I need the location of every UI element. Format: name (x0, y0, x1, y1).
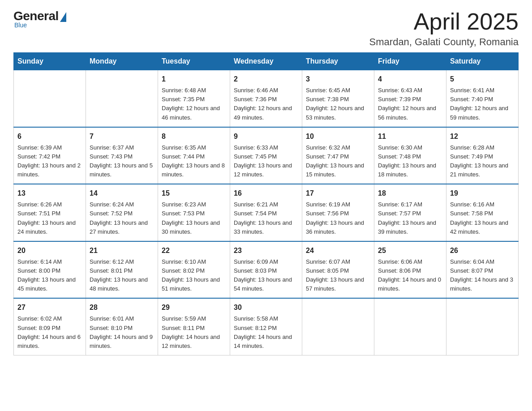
day-number: 9 (234, 131, 298, 142)
day-number: 17 (306, 188, 370, 199)
calendar-day-cell: 3Sunrise: 6:45 AM Sunset: 7:38 PM Daylig… (302, 70, 374, 127)
day-info: Sunrise: 6:07 AM Sunset: 8:05 PM Dayligh… (306, 257, 370, 294)
day-number: 2 (234, 74, 298, 85)
day-info: Sunrise: 6:12 AM Sunset: 8:01 PM Dayligh… (90, 257, 154, 294)
day-number: 7 (90, 131, 154, 142)
calendar-day-cell: 11Sunrise: 6:30 AM Sunset: 7:48 PM Dayli… (374, 127, 446, 184)
day-info: Sunrise: 6:21 AM Sunset: 7:54 PM Dayligh… (234, 200, 298, 236)
day-info: Sunrise: 6:28 AM Sunset: 7:49 PM Dayligh… (450, 143, 515, 180)
calendar-day-cell: 30Sunrise: 5:58 AM Sunset: 8:12 PM Dayli… (230, 298, 302, 355)
day-number: 24 (306, 245, 370, 256)
day-info: Sunrise: 6:46 AM Sunset: 7:36 PM Dayligh… (234, 86, 298, 122)
day-number: 21 (90, 245, 154, 256)
calendar-day-cell: 15Sunrise: 6:23 AM Sunset: 7:53 PM Dayli… (158, 184, 230, 241)
day-info: Sunrise: 6:09 AM Sunset: 8:03 PM Dayligh… (234, 257, 298, 294)
day-of-week-header: Tuesday (158, 53, 230, 70)
day-number: 20 (17, 245, 82, 256)
day-number: 3 (306, 74, 370, 85)
day-info: Sunrise: 6:37 AM Sunset: 7:43 PM Dayligh… (90, 143, 154, 180)
calendar-day-cell: 27Sunrise: 6:02 AM Sunset: 8:09 PM Dayli… (14, 298, 86, 355)
calendar-day-cell (14, 70, 86, 127)
day-info: Sunrise: 5:59 AM Sunset: 8:11 PM Dayligh… (162, 314, 226, 351)
day-info: Sunrise: 6:33 AM Sunset: 7:45 PM Dayligh… (234, 143, 298, 180)
day-number: 4 (378, 74, 442, 85)
calendar-day-cell: 16Sunrise: 6:21 AM Sunset: 7:54 PM Dayli… (230, 184, 302, 241)
month-year-title: April 2025 (369, 9, 519, 34)
day-info: Sunrise: 6:14 AM Sunset: 8:00 PM Dayligh… (17, 257, 82, 294)
calendar-day-cell: 9Sunrise: 6:33 AM Sunset: 7:45 PM Daylig… (230, 127, 302, 184)
calendar-day-cell: 6Sunrise: 6:39 AM Sunset: 7:42 PM Daylig… (14, 127, 86, 184)
calendar-week-row: 1Sunrise: 6:48 AM Sunset: 7:35 PM Daylig… (14, 70, 519, 127)
day-info: Sunrise: 6:35 AM Sunset: 7:44 PM Dayligh… (162, 143, 226, 180)
day-number: 28 (90, 302, 154, 313)
day-info: Sunrise: 6:01 AM Sunset: 8:10 PM Dayligh… (90, 314, 154, 351)
day-info: Sunrise: 6:41 AM Sunset: 7:40 PM Dayligh… (450, 86, 515, 122)
day-info: Sunrise: 6:45 AM Sunset: 7:38 PM Dayligh… (306, 86, 370, 122)
calendar-day-cell: 10Sunrise: 6:32 AM Sunset: 7:47 PM Dayli… (302, 127, 374, 184)
day-number: 23 (234, 245, 298, 256)
calendar-day-cell: 19Sunrise: 6:16 AM Sunset: 7:58 PM Dayli… (446, 184, 519, 241)
calendar-day-cell: 24Sunrise: 6:07 AM Sunset: 8:05 PM Dayli… (302, 241, 374, 299)
title-section: April 2025 Smardan, Galati County, Roman… (369, 9, 519, 48)
calendar-day-cell (86, 70, 158, 127)
calendar-day-cell: 21Sunrise: 6:12 AM Sunset: 8:01 PM Dayli… (86, 241, 158, 299)
day-info: Sunrise: 6:19 AM Sunset: 7:56 PM Dayligh… (306, 200, 370, 236)
day-number: 27 (17, 302, 82, 313)
calendar-day-cell: 20Sunrise: 6:14 AM Sunset: 8:00 PM Dayli… (14, 241, 86, 299)
calendar-day-cell: 22Sunrise: 6:10 AM Sunset: 8:02 PM Dayli… (158, 241, 230, 299)
calendar-day-cell (446, 298, 519, 355)
calendar-day-cell: 17Sunrise: 6:19 AM Sunset: 7:56 PM Dayli… (302, 184, 374, 241)
calendar-day-cell (302, 298, 374, 355)
calendar-header-row: SundayMondayTuesdayWednesdayThursdayFrid… (14, 53, 519, 70)
day-info: Sunrise: 6:17 AM Sunset: 7:57 PM Dayligh… (378, 200, 442, 236)
day-of-week-header: Wednesday (230, 53, 302, 70)
day-number: 18 (378, 188, 442, 199)
day-info: Sunrise: 6:06 AM Sunset: 8:06 PM Dayligh… (378, 257, 442, 294)
calendar-day-cell: 2Sunrise: 6:46 AM Sunset: 7:36 PM Daylig… (230, 70, 302, 127)
calendar-day-cell: 13Sunrise: 6:26 AM Sunset: 7:51 PM Dayli… (14, 184, 86, 241)
calendar-day-cell: 26Sunrise: 6:04 AM Sunset: 8:07 PM Dayli… (446, 241, 519, 299)
calendar-day-cell: 18Sunrise: 6:17 AM Sunset: 7:57 PM Dayli… (374, 184, 446, 241)
day-number: 10 (306, 131, 370, 142)
day-number: 8 (162, 131, 226, 142)
day-info: Sunrise: 6:02 AM Sunset: 8:09 PM Dayligh… (17, 314, 82, 351)
day-info: Sunrise: 6:24 AM Sunset: 7:52 PM Dayligh… (90, 200, 154, 236)
calendar-week-row: 20Sunrise: 6:14 AM Sunset: 8:00 PM Dayli… (14, 241, 519, 299)
day-number: 14 (90, 188, 154, 199)
day-number: 19 (450, 188, 515, 199)
day-info: Sunrise: 6:48 AM Sunset: 7:35 PM Dayligh… (162, 86, 226, 122)
day-number: 30 (234, 302, 298, 313)
day-info: Sunrise: 6:23 AM Sunset: 7:53 PM Dayligh… (162, 200, 226, 236)
calendar-day-cell: 7Sunrise: 6:37 AM Sunset: 7:43 PM Daylig… (86, 127, 158, 184)
day-info: Sunrise: 6:04 AM Sunset: 8:07 PM Dayligh… (450, 257, 515, 294)
calendar-day-cell (374, 298, 446, 355)
day-number: 25 (378, 245, 442, 256)
location-subtitle: Smardan, Galati County, Romania (369, 36, 519, 48)
calendar-week-row: 6Sunrise: 6:39 AM Sunset: 7:42 PM Daylig… (14, 127, 519, 184)
logo: General Blue (13, 9, 66, 29)
day-info: Sunrise: 6:30 AM Sunset: 7:48 PM Dayligh… (378, 143, 442, 180)
logo-triangle-icon (60, 12, 66, 22)
day-number: 13 (17, 188, 82, 199)
day-of-week-header: Monday (86, 53, 158, 70)
day-of-week-header: Sunday (14, 53, 86, 70)
calendar-day-cell: 12Sunrise: 6:28 AM Sunset: 7:49 PM Dayli… (446, 127, 519, 184)
calendar-day-cell: 14Sunrise: 6:24 AM Sunset: 7:52 PM Dayli… (86, 184, 158, 241)
calendar-day-cell: 5Sunrise: 6:41 AM Sunset: 7:40 PM Daylig… (446, 70, 519, 127)
calendar-week-row: 13Sunrise: 6:26 AM Sunset: 7:51 PM Dayli… (14, 184, 519, 241)
day-number: 12 (450, 131, 515, 142)
day-number: 11 (378, 131, 442, 142)
day-number: 26 (450, 245, 515, 256)
calendar-day-cell: 29Sunrise: 5:59 AM Sunset: 8:11 PM Dayli… (158, 298, 230, 355)
calendar-week-row: 27Sunrise: 6:02 AM Sunset: 8:09 PM Dayli… (14, 298, 519, 355)
day-number: 29 (162, 302, 226, 313)
logo-blue-text: Blue (14, 21, 27, 29)
calendar-day-cell: 4Sunrise: 6:43 AM Sunset: 7:39 PM Daylig… (374, 70, 446, 127)
calendar-day-cell: 25Sunrise: 6:06 AM Sunset: 8:06 PM Dayli… (374, 241, 446, 299)
day-number: 1 (162, 74, 226, 85)
day-info: Sunrise: 6:16 AM Sunset: 7:58 PM Dayligh… (450, 200, 515, 236)
day-number: 6 (17, 131, 82, 142)
calendar-table: SundayMondayTuesdayWednesdayThursdayFrid… (13, 52, 519, 355)
day-info: Sunrise: 6:39 AM Sunset: 7:42 PM Dayligh… (17, 143, 82, 180)
day-info: Sunrise: 6:26 AM Sunset: 7:51 PM Dayligh… (17, 200, 82, 236)
